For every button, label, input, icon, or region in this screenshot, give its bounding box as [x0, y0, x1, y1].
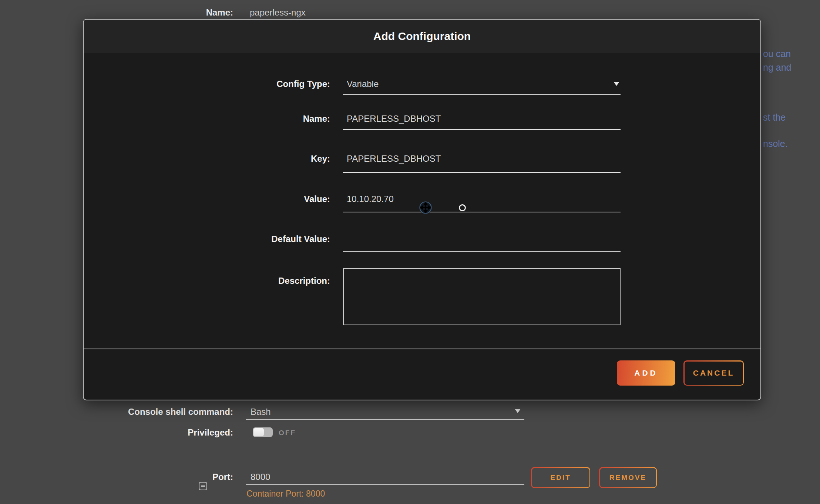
- help-text-fragment: ng and: [763, 62, 791, 73]
- value-label: Value:: [106, 194, 330, 204]
- container-port-note: Container Port: 8000: [246, 489, 325, 499]
- privileged-state-text: OFF: [279, 429, 296, 437]
- name-label: Name:: [106, 114, 330, 124]
- cancel-button[interactable]: CANCEL: [683, 360, 744, 386]
- key-label: Key:: [106, 154, 330, 164]
- key-input[interactable]: PAPERLESS_DBHOST: [343, 154, 621, 165]
- privileged-toggle[interactable]: [253, 427, 273, 437]
- value-underline: [343, 212, 621, 212]
- name-underline: [343, 129, 621, 130]
- console-shell-label: Console shell command:: [56, 407, 233, 417]
- port-underline: [246, 484, 524, 485]
- page-root: { "colors": { "page_background": "#47474…: [0, 0, 820, 504]
- name-input[interactable]: PAPERLESS_DBHOST: [343, 114, 621, 125]
- dropdown-arrow-icon: [614, 82, 619, 86]
- help-text-fragment: nsole.: [763, 138, 788, 149]
- key-underline: [343, 172, 621, 173]
- toggle-knob: [253, 428, 264, 436]
- container-name-value[interactable]: paperless-ngx: [250, 7, 306, 18]
- port-value[interactable]: 8000: [251, 472, 270, 482]
- port-label: Port:: [56, 472, 233, 482]
- modal-footer-divider: [84, 349, 760, 349]
- edit-button[interactable]: EDIT: [531, 467, 590, 488]
- default-value-underline: [343, 251, 621, 252]
- drag-handle-dot-icon: [459, 204, 466, 211]
- container-name-label: Name:: [56, 7, 233, 18]
- config-type-underline: [343, 94, 621, 95]
- cancel-button-label: CANCEL: [685, 362, 743, 385]
- remove-button-label: REMOVE: [600, 468, 656, 487]
- move-cursor-icon: [419, 201, 432, 214]
- console-shell-underline: [246, 419, 524, 420]
- console-shell-select[interactable]: Bash: [246, 405, 524, 420]
- config-type-label: Config Type:: [106, 79, 330, 89]
- collapse-icon[interactable]: [199, 482, 207, 490]
- edit-button-label: EDIT: [532, 468, 589, 487]
- description-label: Description:: [106, 276, 330, 286]
- remove-button[interactable]: REMOVE: [599, 467, 657, 488]
- default-value-input[interactable]: [343, 234, 621, 245]
- value-input[interactable]: 10.10.20.70: [343, 194, 621, 205]
- add-button[interactable]: ADD: [617, 360, 675, 386]
- modal-title: Add Configuration: [373, 30, 471, 43]
- add-configuration-modal: Add Configuration Config Type: Variable …: [83, 19, 761, 400]
- dropdown-arrow-icon: [515, 409, 521, 413]
- console-shell-value: Bash: [251, 407, 271, 417]
- description-textarea[interactable]: [343, 268, 621, 325]
- help-text-fragment: st the: [763, 112, 786, 123]
- help-text-fragment: ou can: [763, 48, 791, 59]
- default-value-label: Default Value:: [106, 234, 330, 244]
- privileged-label: Privileged:: [56, 427, 233, 438]
- modal-header: Add Configuration: [84, 20, 760, 53]
- config-type-select[interactable]: Variable: [343, 79, 621, 90]
